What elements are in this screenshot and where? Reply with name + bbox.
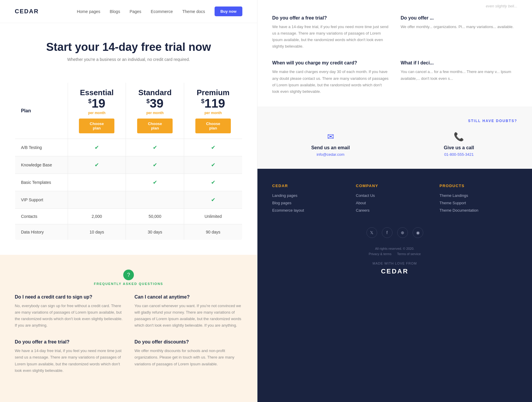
plan-premium-header: Premium $119 per month Choose plan <box>184 83 242 139</box>
check-icon: ✔ <box>211 197 215 203</box>
pricing-section: Plan Essential $19 per month Choose plan… <box>0 74 257 255</box>
plan-standard-name: Standard <box>132 88 178 97</box>
check-icon: ✔ <box>153 162 157 168</box>
nav-blogs[interactable]: Blogs <box>110 9 120 14</box>
footer-made: MADE WITH LOVE FROM <box>272 262 517 265</box>
footer-terms[interactable]: Terms of service <box>397 252 421 256</box>
table-row: Data History 10 days 30 days 90 days <box>15 224 242 240</box>
hero-subtitle: Whether you're a business or an individu… <box>15 57 242 62</box>
nav-home-pages[interactable]: Home pages <box>77 9 100 14</box>
plan-standard-header: Standard $39 per month Choose plan <box>126 83 184 139</box>
plan-essential-name: Essential <box>74 88 120 97</box>
footer-products-col: PRODUCTS Theme Landings Theme Support Th… <box>439 184 517 215</box>
hero-section: Start your 14-day free trial now Whether… <box>0 23 257 74</box>
footer-company-col: COMPANY Contact Us About Careers <box>356 184 434 215</box>
table-row: Contacts 2,000 50,000 Unlimited <box>15 209 242 224</box>
nav-logo: CEDAR <box>15 8 39 15</box>
footer: CEDAR Landing pages Blog pages Ecommerce… <box>257 169 532 402</box>
check-icon: ✔ <box>153 145 157 150</box>
doubts-phone: 📞 Give us a call 01-800-555-3421 <box>401 132 518 157</box>
essential-choose-button[interactable]: Choose plan <box>79 119 114 133</box>
nav-theme-docs[interactable]: Theme docs <box>182 9 205 14</box>
footer-company-link-2[interactable]: Careers <box>356 208 434 213</box>
footer-products-link-2[interactable]: Theme Documentation <box>439 208 517 213</box>
github-icon[interactable]: ⊕ <box>397 227 408 238</box>
faq-item-3: Do you offer discounts? We offer monthly… <box>134 339 242 374</box>
footer-cedar-link-2[interactable]: Ecommerce layout <box>272 208 350 213</box>
social-icons: 𝕏 f ⊕ ◉ <box>272 227 517 238</box>
right-faq-section: Do you offer a free trial? We have a 14-… <box>257 9 532 107</box>
faq-item-0: Do I need a credit card to sign up? No, … <box>15 294 123 329</box>
doubts-email-contact[interactable]: info@cedar.com <box>272 152 389 157</box>
right-faq-question-2: When will you charge my credit card? <box>272 60 389 66</box>
table-row: Basic Templates ✔ ✔ <box>15 174 242 191</box>
footer-company-link-1[interactable]: About <box>356 201 434 205</box>
nav-links: Home pages Blogs Pages Ecommerce Theme d… <box>77 7 242 16</box>
footer-brand: CEDAR <box>272 268 517 275</box>
right-column: even slightly beli... Do you offer a fre… <box>257 0 532 402</box>
faq-section-left: ? FREQUENTLY ASKED QUESTIONS Do I need a… <box>0 255 257 389</box>
footer-cedar-link-0[interactable]: Landing pages <box>272 193 350 198</box>
footer-legal: All rights reserved. © 2020. <box>272 247 517 250</box>
check-icon: ✔ <box>211 145 215 150</box>
right-faq-answer-0: We have a 14-day free trial, if you feel… <box>272 24 389 50</box>
faq-label: FREQUENTLY ASKED QUESTIONS <box>15 282 242 286</box>
right-faq-answer-3: You can cancel a... for a few months... … <box>401 69 518 82</box>
right-faq-grid: Do you offer a free trial? We have a 14-… <box>272 15 517 95</box>
footer-cedar-col: CEDAR Landing pages Blog pages Ecommerce… <box>272 184 350 215</box>
right-faq-item-3: What if I deci... You can cancel a... fo… <box>401 60 518 95</box>
check-icon: ✔ <box>211 162 215 168</box>
facebook-icon[interactable]: f <box>382 227 392 238</box>
plan-standard-price: $39 <box>132 97 178 110</box>
plan-essential-price: $19 <box>74 97 120 110</box>
footer-products-link-1[interactable]: Theme Support <box>439 201 517 205</box>
check-icon: ✔ <box>211 179 215 185</box>
faq-question-2: Do you offer a free trial? <box>15 339 123 345</box>
faq-answer-1: You can cancel whenever you want. If you… <box>134 303 242 329</box>
check-icon: ✔ <box>95 145 99 150</box>
check-icon: ✔ <box>95 162 99 168</box>
faq-grid: Do I need a credit card to sign up? No, … <box>15 294 242 374</box>
nav-pages[interactable]: Pages <box>129 9 141 14</box>
plan-essential-header: Essential $19 per month Choose plan <box>68 83 126 139</box>
check-icon: ✔ <box>153 179 157 185</box>
dribbble-icon[interactable]: ◉ <box>413 227 423 238</box>
nav-buy-button[interactable]: Buy now <box>215 7 242 16</box>
footer-cedar-link-1[interactable]: Blog pages <box>272 201 350 205</box>
faq-question-3: Do you offer discounts? <box>134 339 242 345</box>
nav-ecommerce[interactable]: Ecommerce <box>151 9 173 14</box>
faq-item-2: Do you offer a free trial? We have a 14-… <box>15 339 123 374</box>
right-faq-item-0: Do you offer a free trial? We have a 14-… <box>272 15 389 50</box>
premium-choose-button[interactable]: Choose plan <box>195 119 231 133</box>
plan-premium-period: per month <box>190 111 236 115</box>
faq-item-1: Can I cancel at anytime? You can cancel … <box>134 294 242 329</box>
footer-cedar-title: CEDAR <box>272 184 350 188</box>
plan-essential-period: per month <box>74 111 120 115</box>
phone-icon: 📞 <box>401 132 518 142</box>
table-row: VIP Support ✔ <box>15 191 242 209</box>
plan-row-label: Plan <box>15 83 68 139</box>
faq-answer-3: We offer monthly discounts for schools a… <box>134 348 242 367</box>
faq-icon: ? <box>123 270 134 280</box>
faded-text: even slightly beli... <box>486 4 517 8</box>
right-faq-answer-2: We make the card charges every day 30 of… <box>272 69 389 95</box>
standard-choose-button[interactable]: Choose plan <box>137 119 173 133</box>
footer-privacy[interactable]: Privacy & terms <box>369 252 391 256</box>
right-faq-item-2: When will you charge my credit card? We … <box>272 60 389 95</box>
hero-title: Start your 14-day free trial now <box>15 41 242 54</box>
footer-links: Privacy & terms Terms of service <box>272 252 517 256</box>
footer-grid: CEDAR Landing pages Blog pages Ecommerce… <box>272 184 517 215</box>
right-faq-answer-1: We offer monthly... organizations. Pl...… <box>401 24 518 30</box>
faq-question-1: Can I cancel at anytime? <box>134 294 242 300</box>
footer-company-link-0[interactable]: Contact Us <box>356 193 434 198</box>
doubts-email-title: Send us an email <box>272 145 389 150</box>
twitter-icon[interactable]: 𝕏 <box>366 227 377 238</box>
footer-products-title: PRODUCTS <box>439 184 517 188</box>
plan-premium-price: $119 <box>190 97 236 110</box>
footer-products-link-0[interactable]: Theme Landings <box>439 193 517 198</box>
doubts-phone-contact[interactable]: 01-800-555-3421 <box>401 152 518 157</box>
right-faq-question-3: What if I deci... <box>401 60 518 66</box>
faq-answer-0: No, everybody can sign up for free witho… <box>15 303 123 329</box>
top-faded-text: even slightly beli... <box>257 0 532 9</box>
doubts-grid: ✉ Send us an email info@cedar.com 📞 Give… <box>272 132 517 157</box>
